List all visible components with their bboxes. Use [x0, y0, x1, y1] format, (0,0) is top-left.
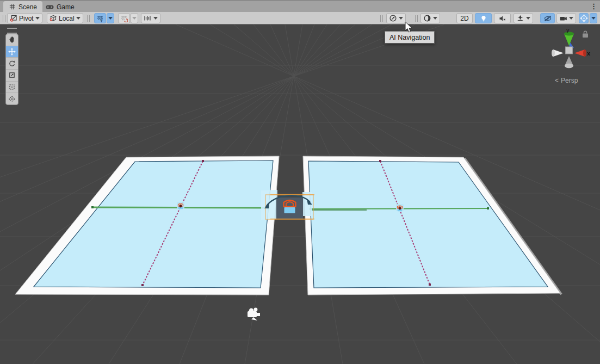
gizmo-sphere-icon: [580, 14, 588, 22]
tool-rotate[interactable]: [6, 58, 18, 70]
scene-grid-icon: [9, 3, 16, 10]
local-label: Local: [59, 15, 75, 22]
svg-text:Y: Y: [100, 18, 103, 22]
chevron-down-icon: [108, 17, 113, 20]
toolbar-section-divider: [415, 15, 418, 22]
snap-increment-button[interactable]: [141, 13, 160, 23]
grid-axis-y-icon: Y: [96, 15, 104, 22]
table-right[interactable]: [303, 156, 561, 295]
grid-snap-icon: [120, 15, 128, 22]
tools-overlay-grip[interactable]: [7, 28, 17, 34]
gizmos-dropdown[interactable]: [590, 13, 597, 23]
chevron-down-icon: [153, 17, 158, 20]
pivot-label: Pivot: [19, 15, 34, 22]
pivot-icon: [10, 15, 17, 22]
axis-y-label: y: [566, 27, 570, 33]
tab-game[interactable]: Game: [40, 1, 80, 13]
pivot-dropdown-button[interactable]: Pivot: [7, 13, 42, 23]
axis-y-cone[interactable]: [564, 32, 574, 46]
gizmos-toggle[interactable]: [579, 13, 589, 23]
effects-dropdown-button[interactable]: [514, 13, 533, 23]
chevron-down-icon: [76, 17, 81, 20]
tools-overlay: [5, 34, 18, 105]
projection-arrow[interactable]: <: [555, 77, 559, 84]
grid-visibility-dropdown[interactable]: [107, 13, 114, 23]
toolbar-section-divider: [380, 15, 383, 22]
chevron-down-icon: [399, 17, 403, 20]
local-dropdown-button[interactable]: Local: [47, 13, 83, 23]
ai-navigation-compass-icon: [389, 14, 397, 22]
chevron-down-icon: [569, 17, 573, 20]
ai-navigation-overlay-button[interactable]: [386, 13, 406, 23]
unity-scene-view-window: Scene Game ⋮ Pivot: [0, 0, 600, 364]
transform-tool-icon: [8, 95, 16, 103]
tool-transform[interactable]: [6, 93, 18, 104]
tooltip-text: AI Navigation: [389, 34, 430, 41]
2d-mode-toggle[interactable]: 2D: [456, 13, 473, 23]
hand-icon: [8, 36, 16, 44]
grid-snapping-dropdown-disabled[interactable]: [131, 13, 138, 23]
chevron-down-icon: [526, 17, 530, 20]
overflow-menu-icon[interactable]: ⋮: [590, 2, 597, 11]
tab-bar: Scene Game ⋮: [0, 0, 600, 12]
grid-snapping-toggle-disabled[interactable]: [118, 13, 130, 23]
axis-down-cone[interactable]: [565, 56, 573, 68]
audio-mute-toggle[interactable]: [494, 13, 511, 23]
axis-orientation-gizmo[interactable]: y x < Persp: [552, 27, 591, 84]
scene-canvas[interactable]: y x < Persp: [0, 24, 600, 364]
shading-mode-button[interactable]: [420, 13, 440, 23]
chevron-down-icon: [591, 17, 596, 20]
offmesh-link-selected[interactable]: [261, 190, 314, 220]
toolbar-section-divider: [87, 15, 90, 22]
axis-x-negative-cone[interactable]: [552, 50, 564, 57]
lock-icon[interactable]: [583, 31, 588, 38]
light-bulb-icon: [480, 15, 487, 22]
video-camera-icon: [559, 15, 567, 22]
2d-mode-label: 2D: [460, 15, 468, 22]
chevron-down-icon: [433, 17, 437, 20]
toolbar-drag-handle[interactable]: [3, 15, 5, 22]
offmesh-link-right[interactable]: [396, 204, 404, 211]
eye-slash-icon: [543, 15, 552, 22]
scene-toolbar: Pivot Local Y: [0, 12, 600, 24]
scale-icon: [8, 71, 16, 79]
grid-visibility-toggle[interactable]: Y: [94, 13, 106, 23]
axis-x-label: x: [587, 50, 591, 57]
move-icon: [8, 48, 16, 55]
axis-gizmo-cube[interactable]: [566, 47, 573, 54]
chevron-down-icon: [35, 17, 40, 20]
rotate-icon: [8, 60, 16, 67]
scene-visibility-toggle[interactable]: [540, 13, 555, 23]
rect-tool-icon: [8, 83, 16, 91]
tool-move[interactable]: [6, 46, 18, 58]
tool-view-hand[interactable]: [6, 34, 18, 46]
shaded-sphere-icon: [423, 14, 431, 22]
axis-x-cone[interactable]: [574, 50, 586, 57]
scene-viewport[interactable]: y x < Persp: [0, 24, 600, 364]
audio-muted-speaker-icon: [498, 15, 506, 22]
effects-sparkle-icon: [516, 15, 524, 22]
grid-lines: [0, 24, 600, 364]
scene-lighting-toggle[interactable]: [475, 13, 492, 23]
gamepad-icon: [46, 3, 54, 10]
projection-label[interactable]: Persp: [561, 77, 578, 84]
tool-rect[interactable]: [6, 82, 18, 94]
tool-scale[interactable]: [6, 70, 18, 82]
tab-game-label: Game: [57, 3, 75, 11]
camera-settings-button[interactable]: [556, 13, 576, 23]
local-cube-icon: [50, 15, 57, 22]
tooltip: AI Navigation: [385, 31, 435, 44]
offmesh-link-left[interactable]: [177, 202, 184, 209]
tab-scene-label: Scene: [18, 3, 37, 11]
chevron-down-icon: [132, 17, 137, 20]
tab-scene[interactable]: Scene: [3, 1, 42, 13]
snap-increment-ruler-icon: [144, 15, 152, 22]
table-left[interactable]: [15, 156, 279, 295]
